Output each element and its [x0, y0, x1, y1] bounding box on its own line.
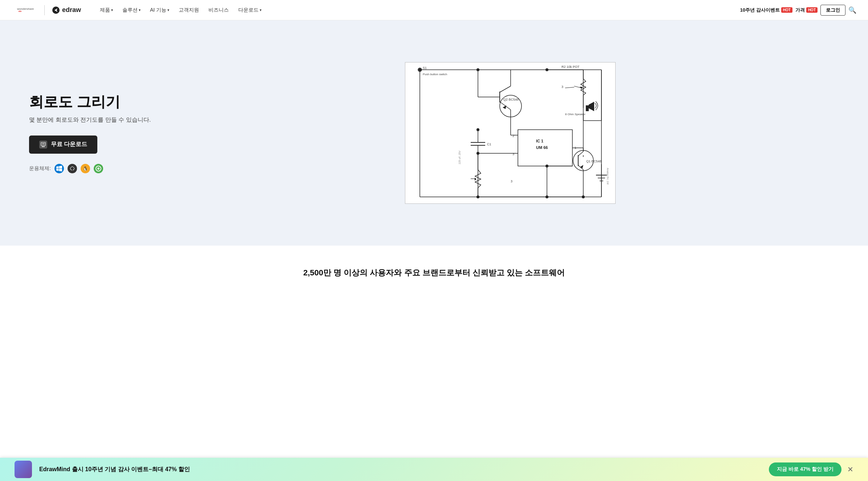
chevron-down-icon: ▾ — [111, 8, 113, 12]
svg-text:Push button switch: Push button switch — [423, 73, 447, 76]
svg-point-10 — [97, 167, 100, 170]
nav-item-business[interactable]: 비즈니스 — [204, 5, 233, 16]
svg-marker-60 — [589, 102, 594, 111]
svg-text:3: 3 — [511, 179, 512, 183]
download-button[interactable]: OS 무료 다운로드 — [29, 136, 97, 154]
macos-icon — [68, 164, 77, 173]
os-row: 운용체제: 🐧 — [29, 164, 182, 173]
chevron-down-icon: ▾ — [139, 8, 141, 12]
social-proof-title: 2,500만 명 이상의 사용자와 주요 브랜드로부터 신뢰받고 있는 소프트웨… — [15, 267, 853, 278]
svg-point-79 — [476, 152, 479, 155]
search-button[interactable]: 🔍 — [848, 6, 856, 14]
svg-text:8 Ohm Speaker: 8 Ohm Speaker — [565, 113, 585, 116]
edraw-logo-icon — [52, 6, 60, 14]
nav-item-download[interactable]: 다운로드 ▾ — [234, 5, 266, 16]
svg-text:S1: S1 — [423, 66, 427, 70]
svg-line-25 — [500, 86, 511, 92]
svg-text:Analog 9V, 1W: Analog 9V, 1W — [606, 168, 609, 185]
os-icon: OS — [39, 141, 47, 149]
nav-items: 제품 ▾ 솔루션 ▾ AI 기능 ▾ 고객지원 비즈니스 다운로드 ▾ — [96, 5, 740, 16]
svg-point-15 — [418, 68, 421, 71]
svg-text:3: 3 — [512, 152, 514, 156]
svg-text:3: 3 — [561, 85, 563, 89]
svg-text:R2 10k POT: R2 10k POT — [561, 65, 580, 69]
svg-text:Q2 BC548: Q2 BC548 — [503, 98, 519, 101]
social-proof-section: 2,500만 명 이상의 사용자와 주요 브랜드로부터 신뢰받고 있는 소프트웨… — [0, 246, 868, 293]
svg-text:🐧: 🐧 — [83, 166, 88, 171]
svg-marker-47 — [580, 165, 583, 168]
nav-logo-divider — [44, 5, 45, 15]
nav-anniversary[interactable]: 10주년 감사이벤트 HOT — [740, 7, 792, 13]
svg-text:225 uF, 25V: 225 uF, 25V — [458, 150, 461, 164]
svg-text:OS: OS — [42, 143, 45, 145]
nav-logo[interactable]: wondershare edraw — [12, 5, 81, 15]
wondershare-logo-icon: wondershare — [12, 6, 37, 14]
svg-marker-75 — [475, 178, 476, 181]
svg-text:2: 2 — [512, 134, 514, 138]
windows-icon — [54, 164, 64, 173]
circuit-svg: S1 Push button switch — [405, 62, 616, 204]
main-nav: wondershare edraw 제품 ▾ 솔루션 ▾ AI 기능 ▾ 고객지… — [0, 0, 868, 20]
chevron-down-icon: ▾ — [167, 8, 169, 12]
hero-title: 회로도 그리기 — [29, 93, 182, 110]
nav-item-support[interactable]: 고객지원 — [174, 5, 203, 16]
nav-item-ai[interactable]: AI 기능 ▾ — [146, 5, 174, 16]
svg-marker-28 — [503, 105, 506, 109]
hero-diagram: S1 Push button switch — [182, 62, 839, 204]
hero-left: 회로도 그리기 몇 분만에 회로도와 전기도를 만들 수 있습니다. OS 무료… — [29, 93, 182, 173]
nav-price[interactable]: 가격 HOT — [795, 7, 818, 13]
svg-text:UM 66: UM 66 — [536, 145, 548, 150]
hero-subtitle: 몇 분만에 회로도와 전기도를 만들 수 있습니다. — [29, 116, 182, 124]
svg-text:wondershare: wondershare — [17, 7, 34, 11]
svg-text:Q1 BC548: Q1 BC548 — [586, 159, 601, 163]
nav-right: 10주년 감사이벤트 HOT 가격 HOT 로그인 🔍 — [740, 5, 856, 16]
monitor-icon: OS — [41, 142, 46, 147]
anniversary-hot-badge: HOT — [781, 7, 792, 13]
svg-marker-55 — [580, 87, 583, 89]
nav-item-solution[interactable]: 솔루션 ▾ — [118, 5, 145, 16]
linux-icon: 🐧 — [81, 164, 90, 173]
chromeos-icon — [94, 164, 103, 173]
svg-line-57 — [565, 87, 574, 88]
svg-line-45 — [578, 151, 583, 156]
svg-text:IC 1: IC 1 — [536, 139, 543, 143]
circuit-diagram: S1 Push button switch — [405, 62, 616, 204]
svg-rect-59 — [586, 105, 589, 111]
hero-section: 회로도 그리기 몇 분만에 회로도와 전기도를 만들 수 있습니다. OS 무료… — [0, 20, 868, 246]
svg-text:C1: C1 — [487, 142, 491, 146]
price-hot-badge: HOT — [806, 7, 818, 13]
login-button[interactable]: 로그인 — [820, 5, 845, 16]
edraw-logo-text: edraw — [62, 6, 81, 14]
nav-item-product[interactable]: 제품 ▾ — [96, 5, 117, 16]
edraw-logo[interactable]: edraw — [52, 6, 81, 14]
chevron-down-icon: ▾ — [260, 8, 261, 12]
